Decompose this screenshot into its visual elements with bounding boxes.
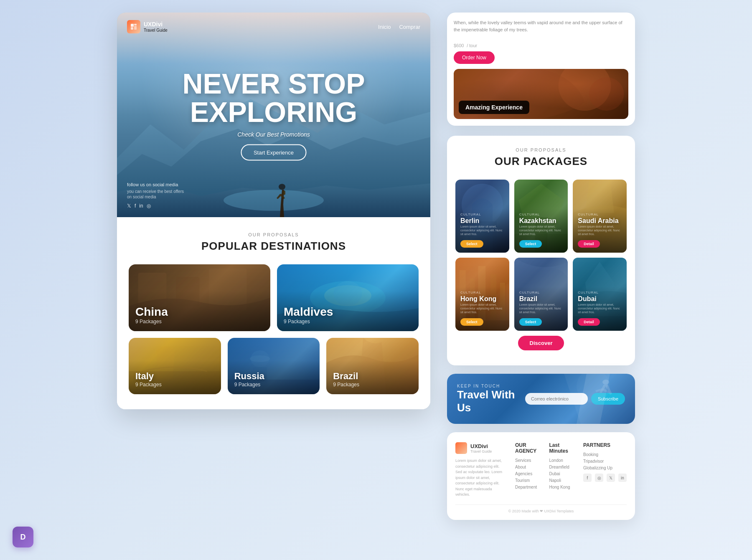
footer-twitter-icon[interactable]: 𝕏 (607, 474, 615, 482)
order-now-button[interactable]: Order Now (454, 51, 495, 64)
svg-rect-4 (134, 24, 137, 25)
berlin-bg: CULTURAL Berlin Lorem ipsum dolor sit am… (455, 180, 509, 253)
follow-label: follow us on social media (127, 182, 184, 187)
agency-item-3[interactable]: Tourism (515, 478, 541, 483)
hero-content: NEVER STOP EXPLORING Check Our Best Prom… (182, 69, 365, 161)
footer-copyright: © 2020 Made with ❤ UXDivi Templates (455, 504, 627, 513)
package-dubai[interactable]: CULTURAL Dubai Lorem ipsum dolor sit ame… (573, 258, 627, 331)
brand-sub: Travel Guide (144, 28, 168, 33)
svg-point-17 (589, 77, 624, 111)
footer-linkedin-icon[interactable]: in (618, 474, 627, 482)
last-minutes-item-3[interactable]: Napoli (549, 478, 575, 483)
agency-item-4[interactable]: Department (515, 485, 541, 489)
footer-section: UXDivi Travel Guide Lorem ipsum dolor si… (447, 432, 635, 520)
divi-badge[interactable]: D (13, 527, 33, 547)
destination-china[interactable]: China 9 Packages (129, 264, 270, 331)
svg-rect-8 (176, 277, 200, 306)
dubai-info: CULTURAL Dubai Lorem ipsum dolor sit ame… (578, 291, 622, 326)
berlin-type: CULTURAL (460, 213, 504, 216)
agency-item-2[interactable]: Agencies (515, 471, 541, 476)
twitter-icon[interactable]: 𝕏 (127, 203, 131, 209)
facebook-icon[interactable]: f (135, 203, 136, 209)
instagram-icon[interactable]: ◎ (147, 203, 151, 209)
start-experience-button[interactable]: Start Experience (241, 144, 306, 161)
logo-icon (127, 20, 140, 33)
footer-instagram-icon[interactable]: ◎ (595, 474, 603, 482)
kazakhstan-type: CULTURAL (519, 213, 563, 216)
dubai-bg: CULTURAL Dubai Lorem ipsum dolor sit ame… (573, 258, 627, 331)
partners-item-0[interactable]: Booking (583, 452, 627, 457)
saudi-name: Saudi Arabia (578, 217, 622, 225)
svg-point-1 (279, 184, 285, 190)
svg-rect-7 (138, 273, 167, 306)
package-berlin[interactable]: CULTURAL Berlin Lorem ipsum dolor sit am… (455, 180, 509, 253)
svg-rect-9 (209, 269, 246, 310)
left-panel: UXDivi Travel Guide Inicio Comprar NEVER… (117, 13, 430, 409)
footer-brand: UXDivi Travel Guide Lorem ipsum dolor si… (455, 442, 507, 498)
destinations-bottom-row: Italy 9 Packages Russia 9 Packages (129, 338, 419, 394)
package-brazil[interactable]: CULTURAL Brazil Lorem ipsum dolor sit am… (514, 258, 568, 331)
footer-brand-name: UXDivi (470, 443, 492, 449)
package-kazakhstan[interactable]: CULTURAL Kazakhstan Lorem ipsum dolor si… (514, 180, 568, 253)
nav-inicio[interactable]: Inicio (378, 24, 391, 30)
footer-logo-wrap: UXDivi Travel Guide (455, 442, 507, 454)
brazil-pkg-name: Brazil (519, 295, 563, 303)
agency-item-1[interactable]: About (515, 465, 541, 469)
main-nav: Inicio Comprar (378, 24, 420, 30)
dubai-detail-button[interactable]: Detail (578, 318, 600, 326)
amazing-banner: Amazing Experience (454, 69, 628, 119)
china-bg: China 9 Packages (129, 264, 270, 331)
china-packages: 9 Packages (135, 319, 168, 324)
packages-section: OUR PROPOSALS OUR PACKAGES CULTURAL Berl… (447, 136, 635, 365)
hongkong-desc: Lorem ipsum dolor sit amet, consectetur … (460, 303, 504, 314)
brazil-dest-bg: Brazil 9 Packages (326, 338, 419, 394)
partners-col-title: PARTNERS (583, 442, 627, 448)
top-card: When, while the lovely valley teems with… (447, 13, 635, 126)
china-name: China (135, 306, 168, 318)
package-hong-kong[interactable]: CULTURAL Hong Kong Lorem ipsum dolor sit… (455, 258, 509, 331)
kazakhstan-bg: CULTURAL Kazakhstan Lorem ipsum dolor si… (514, 180, 568, 253)
last-minutes-item-0[interactable]: London (549, 458, 575, 463)
italy-bg: Italy 9 Packages (129, 338, 221, 394)
saudi-detail-button[interactable]: Detail (578, 240, 600, 248)
package-saudi-arabia[interactable]: CULTURAL Saudi Arabia Lorem ipsum dolor … (573, 180, 627, 253)
brand-name: UXDivi (144, 21, 168, 28)
destination-russia[interactable]: Russia 9 Packages (228, 338, 320, 394)
saudi-bg: CULTURAL Saudi Arabia Lorem ipsum dolor … (573, 180, 627, 253)
destination-maldives[interactable]: Maldives 9 Packages (277, 264, 419, 331)
italy-info: Italy 9 Packages (135, 372, 162, 388)
newsletter-section: KEEP IN TOUCH Travel With Us Subscribe (447, 374, 635, 424)
svg-rect-5 (131, 27, 133, 30)
last-minutes-item-4[interactable]: Hong Kong (549, 485, 575, 489)
berlin-name: Berlin (460, 217, 504, 225)
kazakhstan-select-button[interactable]: Select (519, 240, 542, 248)
svg-rect-6 (134, 26, 137, 30)
maldives-info: Maldives 9 Packages (284, 306, 333, 324)
footer-brand-sub: Travel Guide (470, 449, 492, 454)
packages-section-title: OUR PACKAGES (455, 155, 627, 168)
linkedin-icon[interactable]: in (139, 203, 143, 209)
berlin-select-button[interactable]: Select (460, 240, 483, 248)
destination-brazil[interactable]: Brazil 9 Packages (326, 338, 419, 394)
last-minutes-item-1[interactable]: Dreamfield (549, 465, 575, 469)
hero-subtitle: Check Our Best Promotions (182, 131, 365, 138)
agency-item-0[interactable]: Services (515, 458, 541, 463)
destinations-section: OUR PROPOSALS POPULAR DESTINATIONS China… (117, 217, 430, 409)
brazil-pkg-select-button[interactable]: Select (519, 318, 542, 326)
russia-info: Russia 9 Packages (234, 372, 264, 388)
kazakhstan-info: CULTURAL Kazakhstan Lorem ipsum dolor si… (519, 213, 563, 248)
packages-section-label: OUR PROPOSALS (455, 147, 627, 152)
russia-packages: 9 Packages (234, 382, 264, 388)
nav-comprar[interactable]: Comprar (399, 24, 420, 30)
top-card-price: $600 / tour (454, 38, 628, 50)
hongkong-select-button[interactable]: Select (460, 318, 483, 326)
footer-last-minutes-col: Last Minutes London Dreamfield Dubai Nap… (549, 442, 575, 498)
destination-italy[interactable]: Italy 9 Packages (129, 338, 221, 394)
partners-item-1[interactable]: Tripadvisor (583, 459, 627, 464)
hero-title: NEVER STOP EXPLORING (182, 69, 365, 126)
discover-button[interactable]: Discover (518, 336, 564, 350)
brazil-dest-name: Brazil (333, 372, 359, 381)
partners-item-2[interactable]: Globalizzing Up (583, 466, 627, 470)
last-minutes-item-2[interactable]: Dubai (549, 471, 575, 476)
footer-facebook-icon[interactable]: f (583, 474, 592, 482)
